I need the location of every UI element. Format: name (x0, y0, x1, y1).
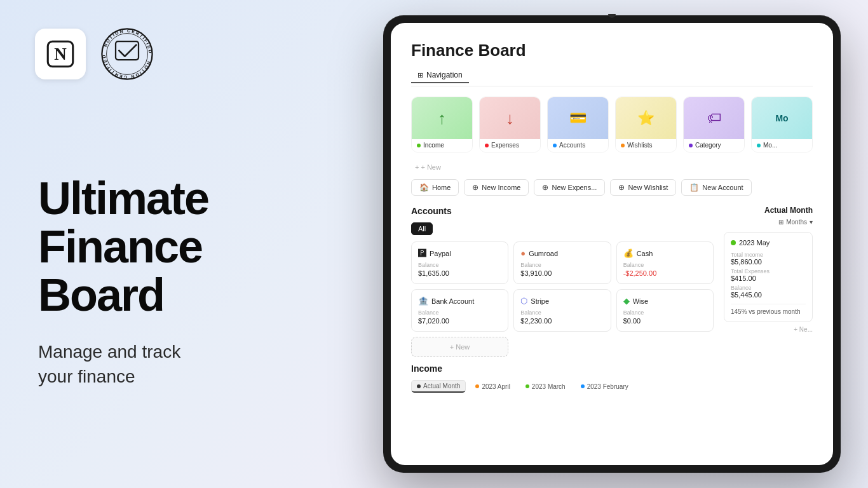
gallery-card-income[interactable]: ↑ Income (411, 97, 473, 152)
card-label-accounts: Accounts (548, 139, 608, 152)
month-label: 2023 May (739, 239, 770, 247)
card-label-mo: Mo... (752, 139, 812, 152)
tablet-frame: Finance Board ⊞ Navigation ↑ (383, 15, 841, 473)
card-image-wishlists: ⭐ (616, 97, 676, 139)
action-bar: 🏠 Home ⊕ New Income ⊕ New Expens... ⊕ Ne… (411, 179, 813, 196)
income-tab-march[interactable]: 2023 March (520, 381, 571, 393)
card-dot-income (417, 144, 421, 147)
account-name-bank: 🏦 Bank Account (418, 296, 501, 306)
month-percentage: 145% vs previous month (731, 304, 806, 315)
income-dot-april (475, 384, 479, 388)
home-button[interactable]: 🏠 Home (411, 179, 459, 196)
nav-tab-label: Navigation (426, 71, 463, 79)
gumroad-icon: ● (520, 248, 526, 258)
gumroad-label: Gumroad (529, 250, 558, 257)
total-income-label: Total Income (731, 252, 806, 258)
page-title: Finance Board (411, 41, 813, 60)
card-name-accounts: Accounts (559, 142, 585, 149)
account-card-gumroad[interactable]: ● Gumroad Balance $3,910.00 (513, 241, 611, 284)
income-tab-february[interactable]: 2023 February (575, 381, 634, 393)
account-name-gumroad: ● Gumroad (520, 248, 604, 258)
new-wishlist-icon: ⊕ (618, 183, 625, 192)
stripe-balance: $2,230.00 (520, 317, 604, 325)
account-name-cash: 💰 Cash (623, 248, 707, 258)
new-income-button[interactable]: ⊕ New Income (464, 179, 529, 196)
card-label-expenses: Expenses (480, 139, 540, 152)
card-image-accounts: 💳 (548, 97, 608, 139)
headline: Ultimate Finance Board (38, 175, 330, 319)
new-wishlist-button[interactable]: ⊕ New Wishlist (610, 179, 676, 196)
accounts-add-row: + New (411, 337, 714, 357)
account-name-stripe: ⬡ Stripe (520, 296, 604, 306)
card-image-category: 🏷 (684, 97, 744, 139)
cash-balance: -$2,250.00 (623, 269, 707, 277)
gallery-card-wishlists[interactable]: ⭐ Wishlists (615, 97, 677, 152)
new-expenses-label: New Expens... (552, 184, 597, 191)
card-image-mo: Mo (752, 97, 812, 139)
wise-icon: ◆ (623, 296, 630, 306)
account-card-bank[interactable]: 🏦 Bank Account Balance $7,020.00 (411, 289, 508, 332)
new-button-row: + + New (411, 161, 813, 179)
total-expenses-row: Total Expenses $415.00 (731, 268, 806, 282)
balance-row: Balance $5,445.00 (731, 285, 806, 299)
add-account-button[interactable]: + New (411, 337, 508, 357)
new-income-label: New Income (482, 184, 520, 191)
card-name-wishlists: Wishlists (627, 142, 652, 149)
total-expenses-label: Total Expenses (731, 268, 806, 274)
add-new-button[interactable]: + + New (411, 161, 445, 173)
month-dot (731, 240, 736, 245)
total-expenses-value: $415.00 (731, 274, 806, 282)
stripe-label: Stripe (531, 297, 549, 305)
logos: N NOTION CERTIFIED NOTION CERTIFIED (35, 25, 156, 83)
new-wishlist-label: New Wishlist (628, 184, 668, 191)
cash-label: Cash (637, 250, 653, 257)
card-label-income: Income (412, 139, 472, 152)
income-tab-february-label: 2023 February (587, 383, 628, 390)
income-section: Income Actual Month 2023 April (411, 363, 714, 393)
income-dot-february (581, 384, 585, 388)
new-account-button[interactable]: 📋 New Account (681, 179, 751, 196)
income-tabs: Actual Month 2023 April 2023 March (411, 380, 714, 393)
months-selector[interactable]: ⊞ Months ▾ (724, 219, 813, 226)
bank-balance: $7,020.00 (418, 317, 501, 325)
bank-icon: 🏦 (418, 296, 428, 306)
accounts-grid: 🅿 Paypal Balance $1,635.00 ● Gumro (411, 241, 714, 332)
card-dot-expenses (485, 144, 489, 147)
account-card-paypal[interactable]: 🅿 Paypal Balance $1,635.00 (411, 241, 508, 284)
gallery-card-mo[interactable]: Mo Mo... (751, 97, 813, 152)
subheadline: Manage and trackyour finance (38, 339, 330, 389)
account-card-cash[interactable]: 💰 Cash Balance -$2,250.00 (616, 241, 714, 284)
tablet-screen: Finance Board ⊞ Navigation ↑ (391, 23, 833, 465)
paypal-balance-label: Balance (418, 262, 501, 268)
balance-label: Balance (731, 285, 806, 291)
new-expenses-icon: ⊕ (542, 183, 548, 192)
card-image-income: ↑ (412, 97, 472, 139)
right-col: Actual Month ⊞ Months ▾ 2023 May (724, 206, 813, 465)
income-tab-april[interactable]: 2023 April (470, 381, 515, 393)
new-account-label: New Account (702, 184, 743, 191)
paypal-balance: $1,635.00 (418, 269, 501, 277)
account-name-paypal: 🅿 Paypal (418, 248, 501, 258)
income-tab-actual[interactable]: Actual Month (411, 380, 466, 393)
certified-icon: NOTION CERTIFIED NOTION CERTIFIED (98, 25, 156, 83)
month-card-may[interactable]: 2023 May Total Income $5,860.00 Total Ex… (724, 232, 813, 322)
gallery-card-category[interactable]: 🏷 Category (683, 97, 745, 152)
stripe-icon: ⬡ (520, 296, 527, 306)
account-card-wise[interactable]: ◆ Wise Balance $0.00 (616, 289, 714, 332)
stripe-balance-label: Balance (520, 309, 604, 316)
left-panel: N NOTION CERTIFIED NOTION CERTIFIED (0, 0, 369, 488)
card-name-category: Category (695, 142, 721, 149)
account-card-stripe[interactable]: ⬡ Stripe Balance $2,230.00 (513, 289, 611, 332)
svg-text:N: N (54, 44, 67, 64)
card-name-mo: Mo... (763, 142, 777, 149)
tab-navigation[interactable]: ⊞ Navigation (411, 68, 469, 83)
gallery-card-accounts[interactable]: 💳 Accounts (547, 97, 609, 152)
cash-balance-label: Balance (623, 262, 707, 268)
new-label: + New (421, 163, 441, 171)
notion-icon: N (44, 37, 77, 71)
add-new-right-button[interactable]: + Ne... (724, 326, 813, 333)
filter-all-button[interactable]: All (411, 222, 433, 235)
notion-content: Finance Board ⊞ Navigation ↑ (391, 23, 833, 465)
new-expenses-button[interactable]: ⊕ New Expens... (534, 179, 605, 196)
gallery-card-expenses[interactable]: ↓ Expenses (479, 97, 541, 152)
